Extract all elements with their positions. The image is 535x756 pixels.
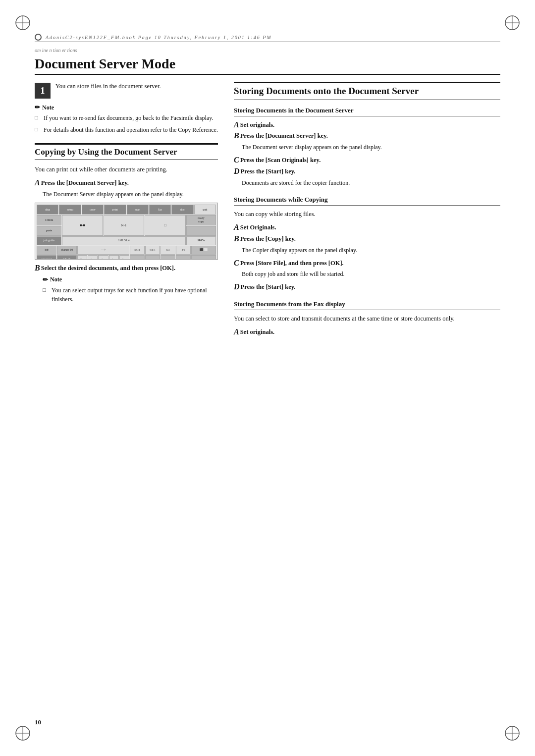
r-step-a-line: A Set originals. bbox=[234, 120, 500, 130]
pencil-icon-2: ✏ bbox=[43, 276, 48, 284]
r-step-d-line: D Press the [Start] key. bbox=[234, 167, 500, 176]
section-number: 1 bbox=[35, 83, 51, 99]
note-label-2: ✏ Note bbox=[43, 276, 218, 284]
step-b-letter: B bbox=[35, 264, 40, 272]
note-section-2: ✏ Note You can select output trays for e… bbox=[43, 276, 218, 307]
sub-heading-1: Storing Documents in the Document Server bbox=[234, 105, 500, 116]
s2-step-a-text: Set Originals. bbox=[240, 223, 276, 232]
step-a-body: The Document Server display appears on t… bbox=[43, 190, 218, 199]
section-heading-storing: Storing Documents onto the Document Serv… bbox=[234, 82, 500, 100]
intro-section: 1 You can store files in the document se… bbox=[35, 82, 218, 99]
sub-heading-3: Storing Documents from the Fax display bbox=[234, 299, 500, 310]
s3-step-a-line: A Set originals. bbox=[234, 327, 500, 337]
r-step-b-text: Press the [Document Server] key. bbox=[240, 131, 328, 141]
left-column: 1 You can store files in the document se… bbox=[35, 82, 218, 339]
r-step-d-text: Press the [Start] key. bbox=[241, 167, 296, 176]
s2-step-a-letter: A bbox=[234, 223, 239, 232]
page-title: Document Server Mode bbox=[35, 56, 500, 75]
r-step-d-letter: D bbox=[234, 167, 240, 176]
breadcrumb: om ine n tion er tions bbox=[35, 48, 500, 53]
s2-step-d-text: Press the [Start] key. bbox=[241, 282, 296, 292]
s2-step-a-line: A Set Originals. bbox=[234, 223, 500, 232]
r-step-b-letter: B bbox=[234, 131, 239, 140]
s2-step-c-letter: C bbox=[234, 259, 239, 268]
page-title-section: om ine n tion er tions Document Server M… bbox=[35, 48, 500, 75]
s2-step-c-text: Press [Store File], and then press [OK]. bbox=[240, 259, 344, 268]
step-b-text: Select the desired documents, and then p… bbox=[41, 264, 175, 273]
page-number: 10 bbox=[35, 718, 41, 726]
step-a-line: A Press the [Document Server] key. bbox=[35, 178, 218, 188]
note2-item-1: You can select output trays for each fun… bbox=[43, 286, 218, 304]
r-step-d-body: Documents are stored for the copier func… bbox=[242, 178, 500, 187]
section-heading-copying: Copying by Using the Document Server bbox=[35, 143, 218, 160]
machine-display: disp setup copy print scan fax doc quit … bbox=[35, 203, 218, 260]
s2-step-c-body: Both copy job and store file will be sta… bbox=[242, 270, 500, 278]
page: AdonisC2-sysEN122F_FM.book Page 10 Thurs… bbox=[0, 0, 535, 756]
r-step-a-text: Set originals. bbox=[240, 120, 274, 130]
sub-heading-2: Storing Documents while Copying bbox=[234, 194, 500, 206]
s3-step-a-text: Set originals. bbox=[240, 327, 274, 337]
sub3-body: You can select to store and transmit doc… bbox=[234, 314, 500, 324]
right-column: Storing Documents onto the Document Serv… bbox=[234, 82, 500, 339]
step-a-text: Press the [Document Server] key. bbox=[41, 178, 129, 188]
r-step-c-letter: C bbox=[234, 156, 239, 164]
note-item-1: If you want to re-send fax documents, go… bbox=[35, 113, 218, 122]
s2-step-d-line: D Press the [Start] key. bbox=[234, 282, 500, 292]
corner-mark-tr bbox=[503, 14, 521, 32]
pencil-icon: ✏ bbox=[35, 104, 40, 111]
sub2-body: You can copy while storing files. bbox=[234, 210, 500, 219]
s3-step-a-letter: A bbox=[234, 327, 239, 336]
header-file: AdonisC2-sysEN122F_FM.book Page 10 Thurs… bbox=[46, 35, 272, 40]
note-item-2: For details about this function and oper… bbox=[35, 125, 218, 134]
step-a-letter: A bbox=[35, 178, 40, 187]
header-bar: AdonisC2-sysEN122F_FM.book Page 10 Thurs… bbox=[35, 34, 500, 42]
s2-step-b-text: Press the [Copy] key. bbox=[240, 234, 296, 244]
corner-mark-br bbox=[503, 724, 521, 742]
s2-step-b-letter: B bbox=[234, 234, 239, 243]
section-body-copying: You can print out while other documents … bbox=[35, 165, 218, 174]
r-step-a-letter: A bbox=[234, 120, 239, 129]
s2-step-b-body: The Copier display appears on the panel … bbox=[242, 246, 500, 255]
intro-text: You can store files in the document serv… bbox=[55, 83, 161, 90]
r-step-c-text: Press the [Scan Originals] key. bbox=[240, 156, 321, 165]
r-step-b-line: B Press the [Document Server] key. bbox=[234, 131, 500, 141]
note-items-1: If you want to re-send fax documents, go… bbox=[35, 113, 218, 134]
r-step-b-body: The Document server display appears on t… bbox=[242, 143, 500, 152]
step-b-line: B Select the desired documents, and then… bbox=[35, 264, 218, 273]
r-step-c-line: C Press the [Scan Originals] key. bbox=[234, 156, 500, 165]
header-dot bbox=[35, 34, 42, 41]
two-col-layout: 1 You can store files in the document se… bbox=[35, 82, 500, 339]
s2-step-d-letter: D bbox=[234, 282, 240, 291]
note-label-1: ✏ Note bbox=[35, 104, 218, 111]
corner-mark-bl bbox=[14, 724, 32, 742]
s2-step-c-line: C Press [Store File], and then press [OK… bbox=[234, 259, 500, 268]
corner-mark-tl bbox=[14, 14, 32, 32]
note-section-1: ✏ Note If you want to re-send fax docume… bbox=[35, 104, 218, 137]
s2-step-b-line: B Press the [Copy] key. bbox=[234, 234, 500, 244]
note-items-2: You can select output trays for each fun… bbox=[43, 286, 218, 304]
